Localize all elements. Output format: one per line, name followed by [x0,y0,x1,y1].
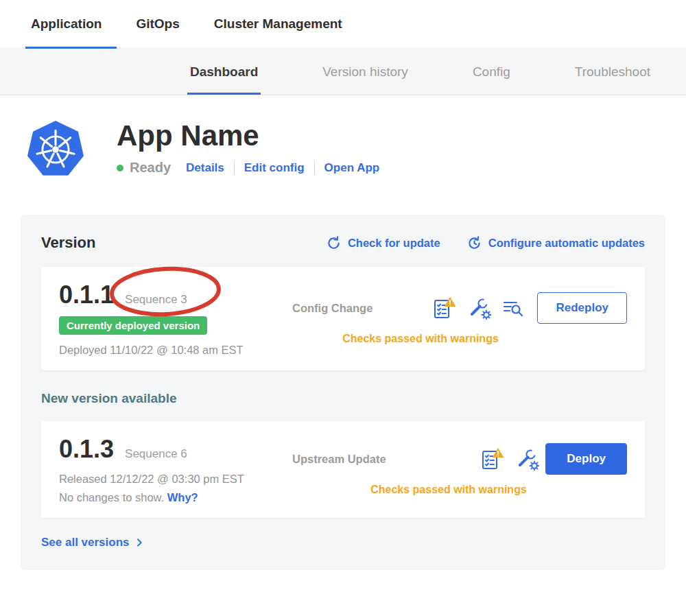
kubernetes-logo-icon [26,120,85,179]
no-changes-text: No changes to show. [59,491,164,504]
app-header: App Name Ready Details Edit config Open … [0,95,686,179]
tab-troubleshoot[interactable]: Troubleshoot [575,49,650,95]
current-sequence-label: Sequence 3 [125,293,187,307]
current-version-card: 0.1.1 Sequence 3 Currently deployed vers… [41,267,645,370]
app-sub-nav: Dashboard Version history Config Trouble… [0,49,686,95]
new-change-type: Upstream Update [292,453,409,466]
released-date: Released 12/12/22 @ 03:30 pm EST [59,473,292,486]
app-status-row: Ready Details Edit config Open App [117,160,379,176]
version-line: 0.1.3 Sequence 6 [59,435,292,464]
current-check-icons [432,296,524,320]
app-title: App Name [117,120,379,152]
refresh-icon [326,235,342,251]
config-wrench-icon[interactable] [468,296,491,320]
new-version-status: Upstream Update [292,435,627,504]
why-link[interactable]: Why? [167,491,198,504]
new-sequence-label: Sequence 6 [125,447,187,461]
new-version-info: 0.1.3 Sequence 6 Released 12/12/22 @ 03:… [59,435,292,504]
version-section: Version Check for update Configure autom… [21,215,665,570]
current-version-info: 0.1.1 Sequence 3 Currently deployed vers… [59,281,292,357]
new-version-status-row: Upstream Update [292,443,627,475]
open-app-link[interactable]: Open App [324,161,380,175]
details-link[interactable]: Details [186,161,224,175]
current-version-status: Config Change [292,281,627,357]
new-version-number: 0.1.3 [59,435,114,464]
version-actions: Check for update Configure automatic upd… [326,235,645,251]
top-nav: Application GitOps Cluster Management [0,0,686,49]
deployed-date: Deployed 11/10/22 @ 10:48 am EST [59,344,292,357]
current-version-status-row: Config Change [292,292,627,324]
current-checks-status: Checks passed with warnings [292,333,627,345]
tab-cluster-management[interactable]: Cluster Management [214,0,342,48]
configure-automatic-updates-button[interactable]: Configure automatic updates [466,235,645,251]
config-wrench-icon[interactable] [516,447,539,471]
check-for-update-label: Check for update [348,237,440,250]
redeploy-button[interactable]: Redeploy [537,292,627,324]
tab-application[interactable]: Application [31,0,102,48]
current-change-type: Config Change [292,302,409,315]
new-check-icons [480,447,539,471]
app-status: Ready [130,160,171,176]
see-all-versions-link[interactable]: See all versions [41,536,645,549]
version-section-header: Version Check for update Configure autom… [41,234,645,252]
preflight-checks-icon[interactable] [432,296,457,320]
auto-update-clock-icon [466,235,482,251]
tab-dashboard[interactable]: Dashboard [190,49,258,95]
app-header-text: App Name Ready Details Edit config Open … [117,120,379,176]
link-divider [234,161,235,174]
ready-status-dot-icon [117,165,123,171]
no-changes-line: No changes to show. Why? [59,491,292,504]
view-diff-icon[interactable] [502,298,524,318]
tab-version-history[interactable]: Version history [322,49,408,95]
configure-automatic-updates-label: Configure automatic updates [488,237,645,250]
preflight-checks-icon[interactable] [480,447,505,471]
edit-config-link[interactable]: Edit config [244,161,305,175]
current-version-number: 0.1.1 [59,281,114,309]
tab-config[interactable]: Config [473,49,510,95]
currently-deployed-badge: Currently deployed version [59,316,207,335]
tab-gitops[interactable]: GitOps [136,0,179,48]
new-checks-status: Checks passed with warnings [292,484,627,496]
version-line: 0.1.1 Sequence 3 [59,281,292,309]
check-for-update-button[interactable]: Check for update [326,235,440,251]
version-heading: Version [41,234,95,252]
new-version-card: 0.1.3 Sequence 6 Released 12/12/22 @ 03:… [41,421,645,518]
see-all-versions-label: See all versions [41,536,130,549]
link-divider [314,161,315,174]
deploy-button[interactable]: Deploy [545,443,627,475]
chevron-right-icon [134,537,145,548]
new-version-available-heading: New version available [41,391,645,406]
